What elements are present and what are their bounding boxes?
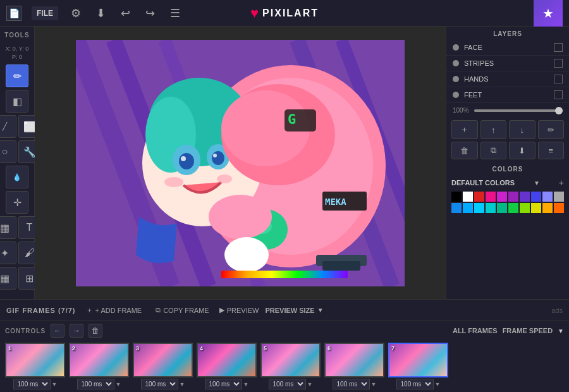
stamp-tool[interactable]: ▦ [0, 216, 16, 239]
color-swatch-15[interactable] [508, 203, 518, 213]
color-swatch-6[interactable] [520, 192, 530, 202]
opacity-track[interactable] [474, 109, 563, 112]
copy-frame-btn[interactable]: ⧉ COPY FRAME [152, 304, 213, 316]
frame-speed-arrow-1[interactable]: ▼ [52, 381, 58, 388]
edit-layer-btn[interactable]: ✏ [538, 120, 565, 139]
eraser-tool[interactable]: ◧ [6, 90, 28, 113]
circle-tool[interactable]: ○ [0, 140, 16, 163]
frame-thumb-7[interactable]: 7 [388, 343, 448, 377]
delete-layer-btn[interactable]: 🗑 [451, 142, 478, 159]
delete-frame-btn[interactable]: 🗑 [89, 324, 102, 338]
prev-frame-btn[interactable]: ← [51, 324, 64, 338]
move-tool[interactable]: ✛ [6, 191, 28, 214]
star-button[interactable]: ★ [534, 0, 563, 27]
frame-thumb-5[interactable]: 5 [260, 343, 321, 377]
colors-header: DEFAULT COLORS ▼ + [451, 178, 564, 188]
merge-layer-btn[interactable]: ⬇ [509, 142, 535, 159]
frame-speed-label: FRAME SPEED [503, 327, 553, 334]
frame-speed-arrow[interactable]: ▼ [558, 328, 564, 334]
color-swatch-14[interactable] [497, 203, 507, 213]
add-color-btn[interactable]: + [559, 178, 564, 188]
preview-size[interactable]: PREVIEW SIZE ▼ [265, 307, 323, 314]
color-swatch-16[interactable] [520, 203, 530, 213]
frame-speed-row-6: 100 ms▼ [333, 379, 377, 389]
canvas[interactable]: G MEKA [76, 40, 405, 286]
color-swatch-8[interactable] [542, 192, 553, 202]
color-swatch-13[interactable] [486, 203, 496, 213]
move-down-btn[interactable]: ↓ [509, 120, 535, 139]
wand-tool[interactable]: ✦ [0, 242, 16, 264]
frame-thumb-6[interactable]: 6 [324, 343, 384, 377]
frame-number-6: 6 [327, 345, 331, 352]
frame-speed-row-4: 100 ms▼ [205, 379, 249, 389]
layer-hands-visibility[interactable] [554, 75, 563, 83]
svg-rect-29 [221, 271, 348, 278]
grid-tool[interactable]: ▦ [0, 267, 16, 290]
frame-speed-arrow-5[interactable]: ▼ [307, 381, 313, 388]
color-swatch-4[interactable] [497, 192, 507, 202]
color-swatch-1[interactable] [463, 192, 473, 202]
color-swatch-19[interactable] [554, 203, 564, 213]
copy-icon: ⧉ [156, 306, 161, 314]
add-layer-btn[interactable]: ＋ [451, 120, 478, 139]
preview-btn[interactable]: ▶ PREVIEW [219, 306, 259, 314]
bottom-bar: GIF FRAMES (7/7) ＋ + ADD FRAME ⧉ COPY FR… [0, 299, 569, 392]
frame-speed-row-1: 100 ms▼ [13, 379, 58, 389]
file-button[interactable]: FILE [32, 6, 58, 20]
layer-stripes-visibility[interactable] [554, 59, 563, 68]
layer-face-visibility[interactable] [554, 43, 563, 52]
frame-thumb-4[interactable]: 4 [197, 343, 257, 377]
copy-layer-btn[interactable]: ⧉ [480, 142, 507, 159]
frame-speed-arrow-7[interactable]: ▼ [435, 381, 441, 388]
pencil-tool[interactable]: ✏ [6, 64, 28, 87]
canvas-area[interactable]: G MEKA [35, 27, 446, 299]
frame-speed-select-3[interactable]: 100 ms [141, 379, 178, 389]
flatten-layer-btn[interactable]: ≡ [538, 142, 565, 159]
color-swatch-10[interactable] [451, 203, 462, 213]
layer-feet-visibility[interactable] [554, 90, 563, 99]
layer-stripes[interactable]: STRIPES [446, 56, 569, 71]
menu-icon-btn[interactable]: ☰ [168, 4, 183, 23]
color-swatch-11[interactable] [463, 203, 473, 213]
next-frame-btn[interactable]: → [70, 324, 83, 338]
color-swatch-3[interactable] [486, 192, 496, 202]
colors-dropdown-arrow[interactable]: ▼ [534, 180, 540, 187]
frame-thumb-3[interactable]: 3 [133, 343, 193, 377]
color-grid [451, 192, 564, 213]
color-swatch-18[interactable] [542, 203, 553, 213]
layer-feet[interactable]: FEET [446, 87, 569, 103]
color-swatch-17[interactable] [531, 203, 541, 213]
color-swatch-12[interactable] [474, 203, 484, 213]
frame-speed-arrow-6[interactable]: ▼ [371, 381, 377, 388]
color-swatch-0[interactable] [451, 192, 462, 202]
redo-icon-btn[interactable]: ↪ [143, 4, 157, 23]
layer-actions: ＋ ↑ ↓ ✏ 🗑 ⧉ ⬇ ≡ [446, 118, 569, 162]
color-picker-tool[interactable]: 💧 [6, 166, 28, 188]
color-swatch-9[interactable] [554, 192, 564, 202]
frame-thumb-1[interactable]: 1 [5, 343, 65, 377]
opacity-label: 100% [453, 107, 470, 114]
frame-speed-select-2[interactable]: 100 ms [77, 379, 114, 389]
undo-icon-btn[interactable]: ↩ [118, 4, 133, 23]
frame-speed-select-4[interactable]: 100 ms [205, 379, 242, 389]
frame-speed-arrow-3[interactable]: ▼ [180, 381, 185, 388]
settings-icon-btn[interactable]: ⚙ [68, 4, 83, 23]
color-swatch-2[interactable] [474, 192, 484, 202]
frame-speed-arrow-2[interactable]: ▼ [116, 381, 121, 388]
color-swatch-7[interactable] [531, 192, 541, 202]
frame-speed-arrow-4[interactable]: ▼ [243, 381, 249, 388]
frame-speed-select-5[interactable]: 100 ms [269, 379, 306, 389]
add-frame-btn[interactable]: ＋ + ADD FRAME [82, 303, 146, 317]
brand: ♥ PIXILART [250, 5, 319, 21]
download-icon-btn[interactable]: ⬇ [94, 4, 108, 23]
frame-thumb-2[interactable]: 2 [69, 343, 129, 377]
frame-speed-select-7[interactable]: 100 ms [396, 379, 434, 389]
layer-face[interactable]: FACE [446, 40, 569, 56]
opacity-thumb[interactable] [555, 107, 563, 114]
frame-speed-select-1[interactable]: 100 ms [13, 379, 51, 389]
color-swatch-5[interactable] [508, 192, 518, 202]
frame-speed-select-6[interactable]: 100 ms [333, 379, 370, 389]
layer-hands[interactable]: HANDS [446, 71, 569, 87]
line-tool[interactable]: ╱ [0, 115, 16, 138]
move-up-btn[interactable]: ↑ [480, 120, 507, 139]
